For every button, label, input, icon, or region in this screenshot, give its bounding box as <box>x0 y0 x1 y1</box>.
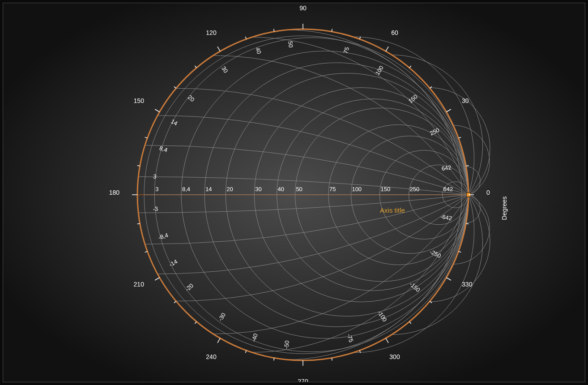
resistance-label: 30 <box>255 186 261 192</box>
reactance-label: 8,4 <box>158 145 168 154</box>
app-frame: 030609012015018021024027030033038,414203… <box>0 0 588 385</box>
resistance-label: 100 <box>352 186 362 192</box>
degree-tick <box>155 109 159 112</box>
resistance-label: 75 <box>329 186 336 192</box>
degree-tick-minor <box>466 223 469 224</box>
degree-tick-label: 90 <box>299 4 307 12</box>
resistance-label: 3 <box>155 186 158 192</box>
reactance-label: 250 <box>429 127 440 137</box>
smith-chart[interactable]: 030609012015018021024027030033038,414203… <box>3 3 585 382</box>
reactance-label: -75 <box>346 333 355 343</box>
degree-tick-label: 330 <box>462 281 473 288</box>
reactance-label: 50 <box>287 41 294 48</box>
reactance-label: 40 <box>254 47 263 55</box>
reactance-label: -642 <box>440 213 452 222</box>
degree-tick-label: 150 <box>134 97 145 104</box>
reactance-label: 150 <box>407 93 419 104</box>
chart-panel: 030609012015018021024027030033038,414203… <box>3 3 585 382</box>
reactance-arc <box>176 195 469 301</box>
reactance-label: -3 <box>153 205 158 212</box>
degree-tick <box>446 109 451 112</box>
reactance-arc <box>138 195 469 213</box>
degree-tick <box>386 47 388 51</box>
reactance-arc <box>176 88 469 195</box>
axis-title: Axis title <box>380 206 405 214</box>
degree-tick-label: 300 <box>389 353 400 360</box>
resistance-label: 250 <box>410 186 420 192</box>
resistance-label: 642 <box>443 186 453 192</box>
reactance-label: -250 <box>429 248 442 260</box>
reactance-arc <box>252 195 469 352</box>
resistance-label: 40 <box>278 186 284 192</box>
degree-tick-minor <box>274 29 274 32</box>
reactance-arc <box>353 37 474 195</box>
degree-tick-minor <box>409 66 411 68</box>
reactance-label: -40 <box>250 333 259 343</box>
degree-tick-minor <box>332 358 332 360</box>
reactance-arc <box>145 195 469 244</box>
reactance-label: -20 <box>184 282 195 293</box>
reactance-arc <box>158 116 469 195</box>
degree-tick-minor <box>274 358 274 360</box>
degree-tick-label: 240 <box>206 353 217 360</box>
reactance-arc <box>158 195 469 274</box>
degree-tick <box>217 338 220 342</box>
degree-tick-minor <box>430 301 432 303</box>
resistance-label: 150 <box>380 186 390 192</box>
degree-tick-minor <box>466 166 469 166</box>
degree-tick-label: 0 <box>486 189 490 196</box>
degree-tick-label: 270 <box>298 378 308 382</box>
reactance-label: -100 <box>376 309 388 323</box>
degree-tick <box>217 47 220 51</box>
reactance-arc <box>145 145 469 195</box>
reactance-arc <box>213 56 469 195</box>
reactance-label: -150 <box>408 281 422 293</box>
degree-tick-minor <box>174 86 176 88</box>
reactance-label: -14 <box>168 258 179 268</box>
degree-tick-minor <box>137 166 140 166</box>
degree-tick-label: 30 <box>462 97 469 104</box>
reactance-label: -30 <box>217 312 227 322</box>
degree-tick <box>446 278 451 280</box>
reactance-arc <box>353 195 474 353</box>
degree-tick-minor <box>195 321 196 324</box>
degree-tick-minor <box>409 321 411 324</box>
degree-tick-minor <box>195 66 196 68</box>
degree-tick-minor <box>137 223 140 224</box>
degree-tick <box>386 338 388 342</box>
resistance-label: 14 <box>205 186 212 192</box>
resistance-label: 20 <box>226 186 233 192</box>
reactance-label: -50 <box>283 340 290 349</box>
reactance-label: 3 <box>153 173 157 180</box>
degree-tick-minor <box>174 301 176 303</box>
reactance-arc <box>252 37 469 195</box>
degree-tick-minor <box>332 29 332 32</box>
reactance-label: 642 <box>441 164 452 172</box>
reactance-label: 14 <box>170 118 179 127</box>
outer-axis-label: Degrees <box>501 197 508 220</box>
reactance-label: 30 <box>220 65 229 74</box>
reactance-label: 20 <box>187 94 196 103</box>
degree-tick-label: 210 <box>134 281 145 288</box>
degree-tick-label: 60 <box>391 29 398 36</box>
reactance-arc <box>213 195 469 334</box>
degree-tick <box>155 278 159 280</box>
degree-tick-label: 120 <box>206 29 217 36</box>
resistance-label: 8,4 <box>182 186 190 192</box>
resistance-label: 50 <box>296 186 302 192</box>
degree-tick-label: 180 <box>109 189 120 196</box>
reactance-label: 100 <box>374 64 385 76</box>
degree-tick-minor <box>430 86 432 88</box>
